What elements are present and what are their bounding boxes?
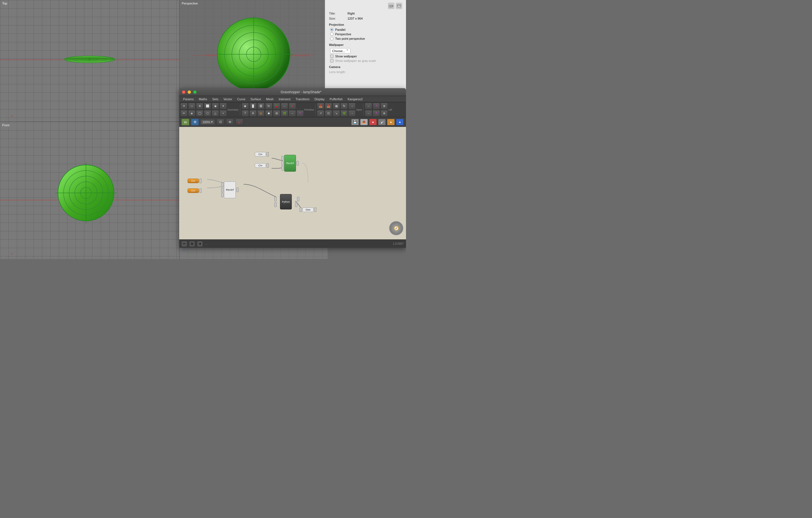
canvas-blue-btn[interactable]: ● (396, 119, 404, 125)
perspective-3d-shape (192, 9, 315, 100)
menu-display[interactable]: Display (312, 97, 327, 102)
tool-num[interactable]: ◉ (242, 103, 249, 110)
menu-curve[interactable]: Curve (235, 97, 248, 102)
window-icon-btn[interactable] (396, 3, 402, 9)
tool-fx[interactable]: fx (265, 103, 272, 110)
tool-box[interactable]: ⬜ (204, 103, 211, 110)
menu-vector[interactable]: Vector (221, 97, 234, 102)
status-pencil-icon[interactable]: ✏ (181, 241, 187, 247)
tool-in8[interactable]: ↘ (332, 110, 340, 117)
tool-cherry[interactable]: 🍒 (273, 103, 280, 110)
tool-pen[interactable]: ✏ (180, 110, 187, 117)
gh-canvas[interactable]: Crv Crv RevSrf Crv (179, 127, 406, 248)
tool-in9[interactable]: 🌿 (341, 110, 348, 117)
menu-surface[interactable]: Surface (248, 97, 263, 102)
wallpaper-choose-btn[interactable]: Choose... ⌃ (330, 48, 351, 54)
gh-node-revsrf-bot[interactable]: RevSrf (221, 181, 238, 198)
gh-node-crv1[interactable]: Crv (255, 152, 269, 156)
gh-node-crv4[interactable]: Crv (187, 189, 202, 193)
canvas-grid-btn[interactable]: ⊞ (191, 119, 199, 125)
lens-row: Lens length: (329, 70, 402, 74)
tool-gear[interactable]: ⚙ (196, 103, 203, 110)
tool-util1[interactable]: → (365, 103, 372, 110)
menu-pufferfish[interactable]: Pufferfish (327, 97, 345, 102)
tool-in3[interactable]: ▦ (332, 103, 340, 110)
tool-in1[interactable]: 📥 (317, 103, 324, 110)
canvas-nav-widget[interactable]: 🧭 (389, 221, 403, 235)
tool-grid[interactable]: ⊞ (273, 110, 280, 117)
revsrf-bot-out-port (236, 188, 238, 192)
zoom-level: 100% ▾ (201, 119, 215, 124)
gh-node-revsrf-top[interactable]: RevSrf (281, 155, 299, 172)
tool-texture[interactable]: ▨ (257, 110, 265, 117)
gh-node-geo[interactable]: Geo (299, 207, 316, 212)
tool-dot[interactable]: • (220, 110, 227, 117)
tool-util2[interactable]: ⚗ (373, 103, 380, 110)
menu-sets[interactable]: Sets (210, 97, 221, 102)
tool-circle[interactable]: ⬭ (188, 103, 196, 110)
tool-arrow[interactable]: → (281, 103, 288, 110)
tool-in5[interactable]: → (348, 103, 356, 110)
tool-hexagon[interactable]: ⬡ (204, 110, 211, 117)
viewport-top[interactable]: Top y x (0, 0, 179, 122)
canvas-orange-btn[interactable]: ● (387, 119, 395, 125)
show-wallpaper-checkbox[interactable]: Show wallpaper (330, 55, 402, 58)
menu-mesh[interactable]: Mesh (264, 97, 276, 102)
canvas-folder-btn[interactable]: 🗁 (181, 119, 189, 125)
gh-node-crv3[interactable]: Crv (187, 179, 202, 183)
menu-kangaroo2[interactable]: Kangaroo2 (346, 97, 365, 102)
menu-maths[interactable]: Maths (197, 97, 209, 102)
tool-diamond[interactable]: ◈ (188, 110, 196, 117)
tool-in2[interactable]: 📤 (325, 103, 332, 110)
tool-util3[interactable]: ⊕ (380, 103, 388, 110)
tool-img[interactable]: 🖼 (257, 103, 265, 110)
dropdown-arrow: ⌃ (346, 49, 349, 53)
gh-node-python[interactable]: x y Python out a (274, 194, 299, 209)
tool-bar[interactable]: ▐▌ (250, 103, 257, 110)
tool-star[interactable]: ✦ (220, 103, 227, 110)
tool-flask[interactable]: ⚗ (296, 110, 304, 117)
tool-in7[interactable]: ⊡ (325, 110, 332, 117)
canvas-zoom-box-btn[interactable]: ⊡ (216, 119, 224, 125)
tool-circle2[interactable]: ◯ (196, 110, 203, 117)
viewport-front[interactable]: Front y x (0, 122, 179, 259)
tool-leaf[interactable]: 🌿 (281, 110, 288, 117)
gh-node-crv2[interactable]: Crv (255, 163, 269, 168)
tool-A[interactable]: A (250, 110, 257, 117)
separator2 (315, 104, 316, 115)
camera-icon-btn[interactable] (388, 3, 394, 9)
tool-in4[interactable]: fx (341, 103, 348, 110)
radio-perspective[interactable]: Perspective (330, 32, 402, 36)
canvas-red-btn[interactable]: ● (369, 119, 377, 125)
canvas-eye-btn[interactable]: 👁 (226, 119, 234, 125)
tool-in6[interactable]: ↗ (317, 110, 324, 117)
radio-perspective-label: Perspective (335, 32, 351, 36)
canvas-export-btn[interactable]: 📤 (360, 119, 368, 125)
tool-ball[interactable]: ● (289, 103, 296, 110)
minimize-button[interactable] (187, 90, 191, 94)
radio-parallel[interactable]: Parallel (330, 28, 402, 31)
tool-in10[interactable]: → (348, 110, 356, 117)
canvas-brush-btn[interactable]: 🖌 (235, 119, 243, 125)
status-chain-icon[interactable]: ⛓ (189, 241, 195, 247)
show-wallpaper-gray-checkbox[interactable]: Show wallpaper as gray scale (330, 59, 402, 62)
radio-two-point[interactable]: Two point perspective (330, 37, 402, 40)
maximize-button[interactable] (193, 90, 197, 94)
tool-util5[interactable]: ⚗ (373, 110, 380, 117)
menu-params[interactable]: Params (181, 97, 196, 102)
tool-sphere[interactable]: ◉ (212, 103, 219, 110)
status-star-icon[interactable]: ★ (197, 241, 203, 247)
menu-intersect[interactable]: Intersect (277, 97, 293, 102)
tool-triangle[interactable]: △ (212, 110, 219, 117)
canvas-paint-btn[interactable]: 🖌 (378, 119, 386, 125)
tool-util4[interactable]: → (365, 110, 372, 117)
menu-transform[interactable]: Transform (293, 97, 312, 102)
tool-util6[interactable]: ⊕ (380, 110, 388, 117)
show-wallpaper-box (330, 55, 334, 58)
tool-x[interactable]: ✕ (180, 103, 187, 110)
canvas-save-btn[interactable]: 💾 (351, 119, 359, 125)
tool-7[interactable]: 7 (242, 110, 249, 117)
tool-arrow2[interactable]: → (289, 110, 296, 117)
tool-record[interactable]: ⏺ (265, 110, 272, 117)
close-button[interactable] (182, 90, 185, 94)
